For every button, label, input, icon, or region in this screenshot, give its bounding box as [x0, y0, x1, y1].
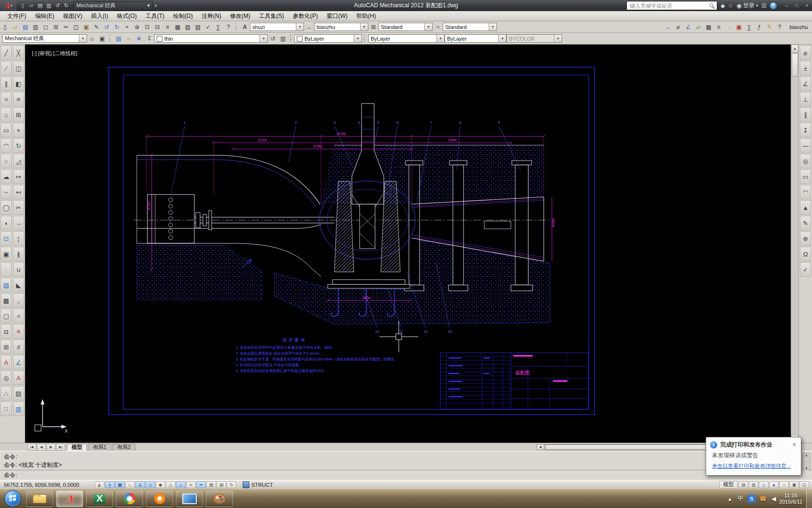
- signin-button[interactable]: ◉ 登录 ▾: [737, 1, 758, 10]
- ellipse-arc-icon[interactable]: ◖: [0, 216, 12, 230]
- scroll-up-arrow[interactable]: ▲: [791, 45, 798, 53]
- tab-layout2[interactable]: 布局2: [112, 444, 135, 451]
- explorer-taskbar-button[interactable]: [26, 491, 53, 507]
- parallel-icon[interactable]: ∥: [800, 107, 811, 122]
- otrack-toggle[interactable]: △: [166, 481, 175, 488]
- phone-tray-icon[interactable]: ☎: [759, 495, 767, 503]
- array-icon[interactable]: ⊞: [13, 107, 24, 122]
- zoom-previous-icon[interactable]: ⊟: [152, 22, 162, 32]
- qat-redo-icon[interactable]: ↻: [62, 1, 71, 10]
- measure-area-icon[interactable]: ▱: [693, 22, 703, 32]
- maximize-button[interactable]: □: [792, 2, 802, 10]
- menu-item-item[interactable]: 参数化(P): [289, 11, 322, 21]
- join-icon[interactable]: ∪: [13, 262, 24, 277]
- sheetset-manager-icon[interactable]: ▧: [193, 22, 203, 32]
- menu-item-item[interactable]: 文件(F): [3, 11, 30, 21]
- notification-details-link[interactable]: 单击以查看打印和发布详细信息...: [706, 460, 801, 470]
- workspace-settings-icon[interactable]: ☼: [87, 34, 97, 44]
- move-icon[interactable]: +: [13, 123, 24, 137]
- multiline-icon[interactable]: ∥: [0, 76, 12, 91]
- snap-toggle[interactable]: ┼: [105, 481, 115, 488]
- rotate-icon[interactable]: ↻: [13, 138, 24, 153]
- command-scrollbar[interactable]: ▲ ▼: [802, 453, 811, 470]
- measure-icon[interactable]: ∷: [0, 402, 12, 416]
- selection-cycling-toggle[interactable]: ↻: [227, 481, 236, 488]
- chrome-taskbar-button[interactable]: [116, 491, 143, 507]
- application-menu-button[interactable]: A ▾: [0, 0, 16, 11]
- menu-item-item[interactable]: 工具集(S): [255, 11, 289, 21]
- scroll-left-arrow[interactable]: ◀: [537, 445, 544, 450]
- plot-preview-icon[interactable]: ◻: [41, 22, 51, 32]
- lengthen-icon[interactable]: ↤: [13, 185, 24, 199]
- first-tab-button[interactable]: |◀: [27, 444, 36, 451]
- polyline-icon[interactable]: ≈: [0, 92, 12, 106]
- table-style-combo[interactable]: Standard ▾: [378, 23, 433, 31]
- break-point-icon[interactable]: ¦: [13, 231, 24, 246]
- fillet-icon[interactable]: ◞: [13, 293, 24, 308]
- paste-icon[interactable]: ▣: [81, 22, 91, 32]
- offset-icon[interactable]: ≡: [13, 92, 24, 106]
- text-style-combo[interactable]: shuzi ▾: [250, 23, 304, 31]
- new-icon[interactable]: ▯: [0, 22, 10, 32]
- toolbar-lock-icon[interactable]: ▣: [789, 481, 799, 488]
- rectangle-icon[interactable]: ▭: [0, 123, 12, 137]
- dim-style-icon[interactable]: ↔: [304, 22, 314, 32]
- menu-item-item[interactable]: 格式(O): [113, 11, 141, 21]
- scale-icon[interactable]: ◿: [13, 154, 24, 168]
- clean-screen-icon[interactable]: ◱: [799, 481, 809, 488]
- copy-icon[interactable]: ◫: [13, 61, 24, 75]
- hatch-icon[interactable]: ▨: [0, 278, 12, 292]
- osnap-toggle[interactable]: ◇: [145, 481, 155, 488]
- ime-chinese-indicator[interactable]: 中: [737, 495, 744, 503]
- explode-icon[interactable]: ✳: [13, 324, 24, 339]
- prev-tab-button[interactable]: ◀: [37, 444, 46, 451]
- zoom-tool-icon[interactable]: ⊕: [800, 231, 811, 246]
- dim-style-combo[interactable]: biaozhu ▾: [314, 23, 368, 31]
- help-icon[interactable]: ?: [223, 22, 233, 32]
- revision-cloud-icon[interactable]: ☁: [0, 169, 12, 184]
- taskbar-clock[interactable]: 11:16 2015/6/11: [779, 493, 802, 505]
- align-icon[interactable]: #: [13, 340, 24, 354]
- table-icon[interactable]: ⊞: [0, 340, 12, 354]
- chevron-down-icon[interactable]: ▾: [436, 35, 444, 42]
- open-icon[interactable]: ▱: [10, 22, 20, 32]
- surface-symbol-icon[interactable]: ◠: [800, 185, 811, 199]
- chevron-down-icon[interactable]: ▾: [260, 35, 267, 42]
- chamfer-icon[interactable]: ◣: [13, 278, 24, 292]
- divide-icon[interactable]: ∴: [0, 386, 12, 401]
- measure-angle-icon[interactable]: ∠: [683, 22, 693, 32]
- markup-icon[interactable]: ✓: [203, 22, 213, 32]
- properties-icon[interactable]: ≡: [162, 22, 173, 32]
- computer-taskbar-button[interactable]: [176, 491, 203, 507]
- layer-states-icon[interactable]: ▥: [278, 34, 288, 44]
- mleader-style-combo[interactable]: Standard ▾: [443, 23, 497, 31]
- gradient-icon[interactable]: ▩: [0, 293, 12, 308]
- menu-item-item[interactable]: 绘制(D): [169, 11, 197, 21]
- menu-item-item[interactable]: 视图(V): [58, 11, 87, 21]
- scroll-down-arrow[interactable]: ▼: [805, 466, 808, 470]
- favorites-icon[interactable]: ☆: [728, 2, 733, 9]
- parts-list-icon[interactable]: ▭: [800, 169, 811, 184]
- grid-toggle[interactable]: ▦: [115, 481, 125, 488]
- toolbar-grip[interactable]: [109, 35, 112, 42]
- stretch-icon[interactable]: ↦: [13, 169, 24, 184]
- hidden-icons-button[interactable]: ▴: [726, 495, 733, 503]
- exchange-icon[interactable]: ☒: [761, 2, 767, 9]
- quick-calc-icon[interactable]: ∑: [744, 22, 754, 32]
- chevron-down-icon[interactable]: ▾: [489, 23, 496, 30]
- list-icon[interactable]: ≡: [713, 22, 724, 32]
- help-icon[interactable]: ?: [770, 2, 777, 9]
- donut-icon[interactable]: ◎: [0, 371, 12, 385]
- qat-new-icon[interactable]: ▯: [18, 1, 27, 10]
- workspace-switch-icon[interactable]: ☼: [779, 481, 789, 488]
- zoom-realtime-icon[interactable]: ⊕: [132, 22, 142, 32]
- layer-off-icon[interactable]: ○: [124, 34, 134, 44]
- chevron-down-icon[interactable]: ▾: [79, 35, 87, 42]
- qat-plot-icon[interactable]: ▥: [44, 1, 53, 10]
- blend-icon[interactable]: ≈: [13, 309, 24, 323]
- region-icon[interactable]: ▢: [0, 309, 12, 323]
- next-tab-button[interactable]: ▶: [46, 444, 56, 451]
- qat-customize-arrow[interactable]: ▾: [155, 3, 157, 8]
- ortho-toggle[interactable]: ∟: [125, 481, 135, 488]
- copy-clip-icon[interactable]: ◫: [71, 22, 81, 32]
